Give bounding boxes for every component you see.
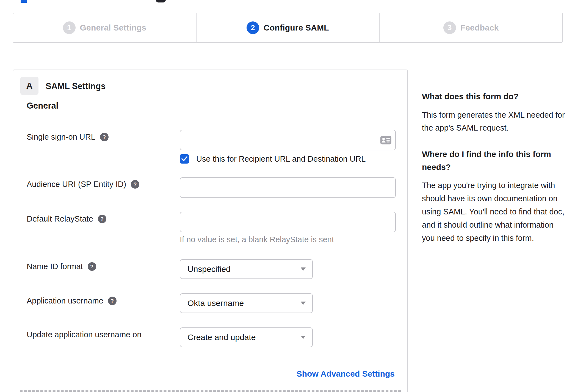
chevron-down-icon	[301, 302, 306, 305]
help-icon[interactable]: ?	[131, 180, 139, 189]
update-username-value: Create and update	[187, 333, 256, 342]
recipient-url-checkbox-label: Use this for Recipient URL and Destinati…	[196, 154, 366, 164]
section-title: SAML Settings	[46, 81, 106, 91]
update-username-select[interactable]: Create and update	[180, 327, 313, 347]
name-id-format-label-row: Name ID format ?	[27, 262, 96, 271]
show-advanced-settings-link[interactable]: Show Advanced Settings	[297, 369, 395, 379]
cutoff-blue-fragment	[21, 0, 27, 3]
sidebar-heading-where: Where do I find the info this form needs…	[422, 148, 565, 173]
sidebar-body-where: The app you're trying to integrate with …	[422, 179, 565, 245]
app-username-select[interactable]: Okta username	[180, 293, 313, 313]
recipient-url-checkbox[interactable]	[180, 154, 189, 164]
audience-uri-label: Audience URI (SP Entity ID)	[27, 180, 126, 189]
help-icon[interactable]: ?	[98, 215, 106, 223]
sidebar-body-what: This form generates the XML needed for t…	[422, 109, 565, 135]
step-label: Configure SAML	[264, 23, 329, 32]
sso-url-input-wrap	[180, 130, 396, 150]
stepper-step-configure-saml: 2 Configure SAML	[196, 13, 379, 42]
relaystate-hint: If no value is set, a blank RelayState i…	[180, 235, 334, 244]
app-username-value: Okta username	[187, 299, 244, 308]
audience-uri-label-row: Audience URI (SP Entity ID) ?	[27, 180, 139, 189]
cutoff-dark-icon-fragment	[156, 0, 166, 2]
recipient-url-checkbox-row: Use this for Recipient URL and Destinati…	[180, 154, 366, 164]
wizard-stepper: 1 General Settings 2 Configure SAML 3 Fe…	[13, 13, 563, 43]
step-number-badge: 3	[443, 21, 456, 34]
dashed-section-divider	[20, 390, 401, 392]
name-id-format-select[interactable]: Unspecified	[180, 259, 313, 279]
help-icon[interactable]: ?	[88, 262, 96, 271]
step-label: General Settings	[80, 23, 146, 32]
relaystate-label: Default RelayState	[27, 214, 93, 223]
saml-settings-panel: A SAML Settings General Single sign-on U…	[13, 70, 408, 392]
section-a-badge: A	[20, 77, 38, 95]
checkmark-icon	[181, 156, 187, 161]
name-id-format-value: Unspecified	[187, 264, 231, 274]
app-username-label: Application username	[27, 296, 103, 305]
sso-url-input[interactable]	[180, 130, 396, 150]
step-number-badge: 2	[247, 21, 259, 34]
stepper-step-general-settings: 1 General Settings	[13, 13, 196, 42]
audience-uri-input-wrap	[180, 177, 396, 198]
relaystate-input[interactable]	[180, 212, 396, 232]
update-username-label-row: Update application username on	[27, 330, 142, 339]
chevron-down-icon	[301, 267, 306, 271]
step-number-badge: 1	[63, 21, 76, 34]
step-label: Feedback	[460, 23, 499, 32]
contact-card-icon[interactable]	[380, 136, 391, 144]
chevron-down-icon	[301, 336, 306, 339]
help-icon[interactable]: ?	[108, 297, 117, 305]
app-username-label-row: Application username ?	[27, 296, 117, 305]
relaystate-label-row: Default RelayState ?	[27, 214, 106, 223]
sso-url-label-row: Single sign-on URL ?	[27, 132, 109, 142]
update-username-label: Update application username on	[27, 330, 142, 339]
help-icon[interactable]: ?	[100, 133, 109, 141]
relaystate-input-wrap	[180, 212, 396, 232]
sidebar-heading-what: What does this form do?	[422, 90, 565, 103]
help-sidebar: What does this form do? This form genera…	[422, 90, 565, 258]
name-id-format-label: Name ID format	[27, 262, 83, 271]
stepper-step-feedback: 3 Feedback	[379, 13, 562, 42]
general-group-heading: General	[27, 101, 58, 111]
audience-uri-input[interactable]	[180, 177, 396, 198]
sso-url-label: Single sign-on URL	[27, 132, 95, 142]
